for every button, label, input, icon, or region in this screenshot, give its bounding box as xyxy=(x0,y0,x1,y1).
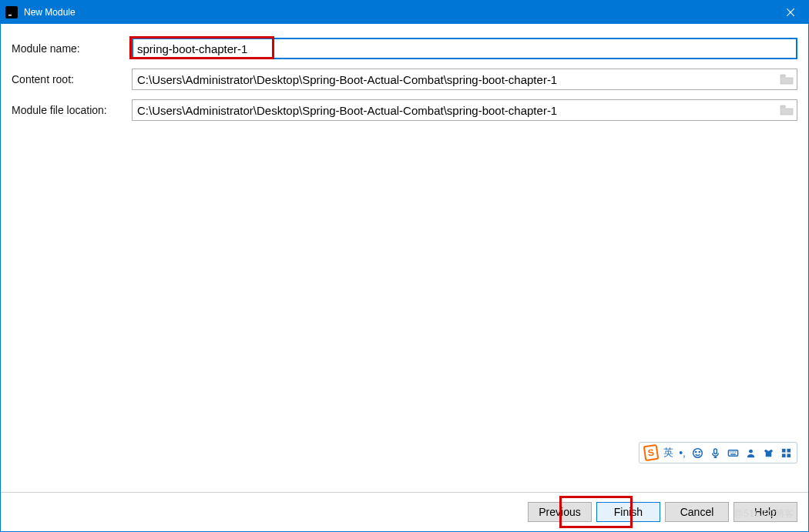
ime-lang-label[interactable]: 英 xyxy=(663,446,673,460)
window-title: New Module xyxy=(24,7,76,18)
svg-rect-8 xyxy=(728,450,737,456)
finish-button[interactable]: Finish xyxy=(596,502,660,522)
svg-rect-15 xyxy=(781,448,785,452)
ime-smiley-icon[interactable] xyxy=(691,447,703,459)
ime-toolbox-icon[interactable] xyxy=(780,447,792,459)
module-name-input[interactable] xyxy=(132,38,797,59)
intellij-icon xyxy=(5,6,18,18)
svg-rect-16 xyxy=(787,448,791,452)
form-area: Module name: Content root: Module file l… xyxy=(1,24,808,121)
svg-point-4 xyxy=(693,448,702,457)
help-button[interactable]: Help xyxy=(733,502,797,522)
close-button[interactable] xyxy=(773,1,808,24)
module-file-input[interactable] xyxy=(132,99,797,121)
new-module-dialog: New Module Module name: Content root: Mo… xyxy=(0,0,809,532)
content-root-row: Content root: xyxy=(12,69,797,90)
ime-skin-icon[interactable] xyxy=(762,447,774,459)
content-root-label: Content root: xyxy=(12,73,132,85)
svg-rect-1 xyxy=(8,15,12,16)
cancel-button[interactable]: Cancel xyxy=(665,502,729,522)
browse-content-root-button[interactable] xyxy=(779,72,794,86)
module-name-label: Module name: xyxy=(12,42,132,55)
dialog-footer: Previous Finish Cancel Help xyxy=(1,492,808,531)
svg-rect-17 xyxy=(781,453,785,457)
module-file-label: Module file location: xyxy=(12,104,132,116)
module-name-row: Module name: xyxy=(12,38,797,59)
ime-toolbar[interactable]: S 英 •, xyxy=(639,442,797,463)
svg-point-14 xyxy=(749,449,753,453)
previous-button[interactable]: Previous xyxy=(528,502,592,522)
ime-keyboard-icon[interactable] xyxy=(727,447,739,459)
browse-module-file-button[interactable] xyxy=(779,103,794,117)
content-root-input[interactable] xyxy=(132,69,797,90)
svg-point-6 xyxy=(699,451,700,452)
sogou-logo-icon: S xyxy=(643,445,659,460)
svg-rect-7 xyxy=(713,448,717,453)
titlebar: New Module xyxy=(1,1,808,24)
module-file-row: Module file location: xyxy=(12,99,797,121)
svg-rect-18 xyxy=(787,453,791,457)
svg-point-5 xyxy=(695,451,696,452)
ime-mic-icon[interactable] xyxy=(709,447,721,459)
ime-user-icon[interactable] xyxy=(744,447,757,459)
ime-punct-label[interactable]: •, xyxy=(679,447,686,459)
